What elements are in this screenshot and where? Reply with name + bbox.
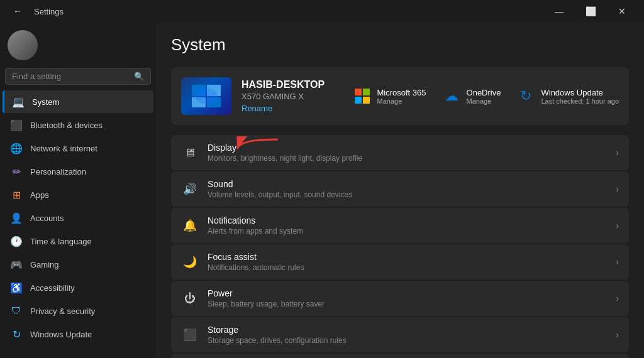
winupdate-text: Windows Update Last checked: 1 hour ago [541,88,619,105]
storage-desc: Storage space, drives, configuration rul… [208,336,607,345]
sidebar-item-system[interactable]: 💻System [3,90,153,113]
sidebar-item-personalization-label: Personalization [30,167,86,176]
sidebar-item-network[interactable]: 🌐Network & internet [3,137,153,160]
notifications-chevron-icon: › [616,220,619,231]
sidebar-item-accessibility[interactable]: ♿Accessibility [3,276,153,299]
search-box[interactable]: 🔍 [5,68,151,85]
notifications-label: Notifications [208,215,607,225]
sidebar-item-privacy[interactable]: 🛡Privacy & security [3,300,153,322]
personalization-nav-icon: ✏ [10,165,23,178]
sidebar-item-privacy-label: Privacy & security [30,306,95,316]
sidebar-item-apps[interactable]: ⊞Apps [3,183,153,206]
time-nav-icon: 🕐 [10,235,23,247]
device-card: HASIB-DESKTOP X570 GAMING X Rename [171,67,629,125]
notifications-settings-icon: 🔔 [181,217,199,234]
sidebar-items: 💻System⬛Bluetooth & devices🌐Network & in… [0,90,156,346]
search-icon: 🔍 [134,72,144,81]
device-model: X570 GAMING X [242,92,342,101]
display-desc: Monitors, brightness, night light, displ… [208,154,607,163]
storage-chevron-icon: › [616,330,619,340]
sound-settings-icon: 🔊 [181,180,199,198]
close-button[interactable]: ✕ [608,2,636,21]
sidebar-item-bluetooth[interactable]: ⬛Bluetooth & devices [3,114,153,136]
titlebar-title: Settings [34,7,64,16]
sidebar-item-time-label: Time & language [30,237,92,246]
sidebar-item-personalization[interactable]: ✏Personalization [3,160,153,183]
sidebar-item-accounts-label: Accounts [30,214,64,223]
focus-desc: Notifications, automatic rules [208,263,607,272]
onedrive-action: ☁ OneDrive Manage [441,86,501,106]
storage-settings-icon: ⬛ [181,326,199,344]
main-layout: 🔍 💻System⬛Bluetooth & devices🌐Network & … [0,23,644,358]
sidebar-item-gaming[interactable]: 🎮Gaming [3,253,153,276]
network-nav-icon: 🌐 [10,142,23,155]
sidebar-item-system-label: System [32,97,59,107]
display-settings-icon: 🖥 [181,144,199,161]
power-label: Power [208,288,607,298]
ms365-sub[interactable]: Manage [377,97,426,105]
settings-list: 🖥DisplayMonitors, brightness, night ligh… [171,135,629,358]
apps-nav-icon: ⊞ [10,188,23,201]
device-info: HASIB-DESKTOP X570 GAMING X Rename [242,79,342,113]
sidebar-item-bluetooth-label: Bluetooth & devices [30,121,103,130]
settings-item-display[interactable]: 🖥DisplayMonitors, brightness, night ligh… [171,135,629,170]
settings-item-sound[interactable]: 🔊SoundVolume levels, output, input, soun… [171,171,629,207]
sidebar-item-update[interactable]: ↻Windows Update [3,323,153,345]
accessibility-nav-icon: ♿ [10,281,23,294]
onedrive-sub[interactable]: Manage [467,97,501,105]
sidebar-item-update-label: Windows Update [30,330,92,339]
storage-label: Storage [208,325,607,335]
sidebar-item-time[interactable]: 🕐Time & language [3,230,153,252]
sound-label: Sound [208,179,607,189]
sidebar-item-network-label: Network & internet [30,144,97,153]
display-text: DisplayMonitors, brightness, night light… [208,143,607,163]
content-area: System HASIB-DESKTOP X570 GAMING X Renam… [156,23,644,358]
power-chevron-icon: › [616,293,619,303]
settings-item-power[interactable]: ⏻PowerSleep, battery usage, battery save… [171,281,629,316]
minimize-button[interactable]: — [545,2,574,21]
update-nav-icon: ↻ [10,328,23,340]
focus-settings-icon: 🌙 [181,253,199,271]
svg-point-4 [195,89,218,104]
settings-item-storage[interactable]: ⬛StorageStorage space, drives, configura… [171,317,629,352]
sidebar-item-accessibility-label: Accessibility [30,283,75,293]
sidebar: 🔍 💻System⬛Bluetooth & devices🌐Network & … [0,23,156,358]
svg-rect-5 [355,89,362,95]
device-name: HASIB-DESKTOP [242,79,342,90]
focus-text: Focus assistNotifications, automatic rul… [208,252,607,272]
settings-item-nearby[interactable]: 📶Nearby sharing› [171,354,629,358]
accounts-nav-icon: 👤 [10,212,23,224]
settings-item-notifications[interactable]: 🔔NotificationsAlerts from apps and syste… [171,208,629,243]
page-title: System [171,35,629,55]
settings-item-focus[interactable]: 🌙Focus assistNotifications, automatic ru… [171,244,629,279]
device-thumbnail [181,77,231,115]
power-text: PowerSleep, battery usage, battery saver [208,288,607,308]
back-button[interactable]: ← [8,2,28,21]
sidebar-header [0,25,156,68]
titlebar-left: ← Settings [8,2,64,21]
privacy-nav-icon: 🛡 [10,305,23,317]
svg-rect-6 [363,89,370,95]
notifications-text: NotificationsAlerts from apps and system [208,215,607,236]
onedrive-text: OneDrive Manage [467,88,501,105]
rename-link[interactable]: Rename [242,104,342,113]
system-nav-icon: 💻 [12,95,25,108]
ms365-action: Microsoft 365 Manage [352,86,426,106]
sidebar-item-gaming-label: Gaming [30,260,59,269]
svg-rect-7 [355,97,362,104]
avatar [8,30,38,60]
sidebar-item-accounts[interactable]: 👤Accounts [3,207,153,229]
svg-rect-8 [363,97,370,104]
winupdate-action: ↻ Windows Update Last checked: 1 hour ag… [516,86,619,106]
bluetooth-nav-icon: ⬛ [10,119,23,131]
power-desc: Sleep, battery usage, battery saver [208,300,607,308]
gaming-nav-icon: 🎮 [10,258,23,271]
maximize-button[interactable]: ⬜ [576,2,605,21]
ms365-label: Microsoft 365 [377,88,426,97]
windows-logo-icon [191,84,222,109]
search-input[interactable] [12,72,129,81]
titlebar-controls: — ⬜ ✕ [545,2,636,21]
display-chevron-icon: › [616,148,619,158]
winupdate-label: Windows Update [541,88,619,97]
display-label: Display [208,143,607,153]
